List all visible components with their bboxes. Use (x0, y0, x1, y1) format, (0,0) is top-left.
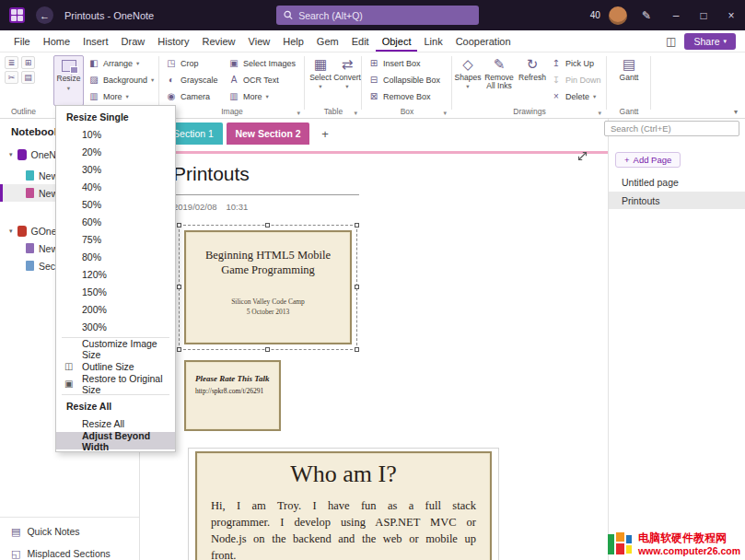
menu-item-20pct[interactable]: 20% (56, 143, 175, 160)
onenote-app-icon[interactable] (9, 7, 25, 23)
table-dialog-launcher-icon[interactable]: ▾ (354, 110, 357, 117)
pin-down-button[interactable]: ↧ Pin Down (551, 73, 601, 87)
background-button[interactable]: ▨ Background ▾ (88, 73, 154, 87)
drawings-stack: ↥ Pick Up ↧ Pin Down × Delete ▾ (551, 56, 601, 103)
back-button[interactable]: ← (36, 6, 53, 24)
maximize-button[interactable]: □ (690, 0, 717, 30)
ribbon-collapse-icon[interactable]: ▾ (734, 108, 738, 116)
printout-slide-3[interactable]: Who am I? Hi, I am Troy. I have fun as a… (195, 451, 492, 560)
pen-mode-icon[interactable]: ✎ (642, 9, 651, 22)
gantt-button[interactable]: ▤ Gantt (615, 54, 643, 105)
insert-box-label: Insert Box (383, 59, 421, 68)
menu-history[interactable]: History (151, 30, 195, 52)
pick-up-button[interactable]: ↥ Pick Up (551, 56, 601, 70)
resize-handle-e[interactable] (355, 285, 359, 289)
outline-tool-1-icon[interactable]: ≣ (5, 56, 18, 69)
crop-icon: ◳ (166, 58, 177, 68)
refresh-button[interactable]: ↻ Refresh (518, 54, 547, 105)
menu-link[interactable]: Link (417, 30, 448, 52)
resize-handle-ne[interactable] (355, 223, 359, 228)
arrange-label: Arrange (103, 59, 133, 68)
menu-draw[interactable]: Draw (115, 30, 152, 52)
drawings-dialog-launcher-icon[interactable]: ▾ (598, 110, 601, 117)
misplaced-sections-button[interactable]: ◱ Misplaced Sections (0, 543, 139, 560)
full-page-view-icon[interactable] (576, 149, 589, 162)
menu-insert[interactable]: Insert (76, 30, 115, 52)
ocr-text-button[interactable]: A OCR Text (228, 73, 296, 87)
pages-search-box[interactable] (604, 121, 739, 136)
menu-item-120pct[interactable]: 120% (56, 265, 175, 283)
menu-item-50pct[interactable]: 50% (56, 195, 175, 213)
insert-box-button[interactable]: ⊞ Insert Box (368, 56, 440, 70)
pages-search-input[interactable] (611, 123, 733, 134)
menu-gem[interactable]: Gem (310, 30, 345, 52)
menu-file[interactable]: File (7, 30, 37, 52)
arrange-button[interactable]: ◧ Arrange ▾ (88, 56, 154, 70)
menu-item-40pct[interactable]: 40% (56, 178, 175, 195)
resize-button[interactable]: Resize ▾ (53, 55, 84, 106)
table-select-button[interactable]: ▦ Select ▾ (308, 54, 332, 105)
resize-handle-n[interactable] (265, 223, 270, 228)
page-list-item-printouts-selected[interactable]: Printouts (609, 192, 745, 209)
menu-item-60pct[interactable]: 60% (56, 213, 175, 230)
printout-slide-2[interactable]: Please Rate This Talk http://spkr8.com/t… (184, 360, 281, 431)
titlebar-search-input[interactable] (298, 10, 471, 21)
menu-item-75pct[interactable]: 75% (56, 230, 175, 248)
menu-item-300pct[interactable]: 300% (56, 318, 175, 335)
page-title[interactable]: Printouts (173, 163, 250, 185)
menu-item-80pct[interactable]: 80% (56, 248, 175, 265)
menu-help[interactable]: Help (276, 30, 310, 52)
menu-review[interactable]: Review (196, 30, 242, 52)
share-button[interactable]: Share ▾ (684, 33, 736, 50)
notification-badge[interactable]: 40 (590, 10, 600, 20)
resize-handle-sw[interactable] (177, 347, 181, 352)
menu-home[interactable]: Home (37, 30, 76, 52)
collapsible-box-button[interactable]: ⊟ Collapsible Box (368, 73, 440, 87)
titlebar: ← Printouts - OneNote 40 ✎ – □ × (0, 0, 745, 30)
printout-slide-1[interactable]: Beginning HTML5 Mobile Game Programming … (184, 230, 352, 344)
quick-notes-button[interactable]: ▤ Quick Notes (0, 521, 139, 542)
close-button[interactable]: × (717, 0, 745, 30)
menu-item-200pct[interactable]: 200% (56, 300, 175, 318)
menu-view[interactable]: View (242, 30, 277, 52)
remove-all-inks-button[interactable]: ✎ Remove All Inks (483, 54, 516, 105)
menu-item-restore-original-size[interactable]: ▣ Restore to Original Size (56, 375, 175, 392)
select-images-icon: ▣ (228, 58, 239, 68)
menu-item-adjust-beyond-width[interactable]: Adjust Beyond Width (56, 432, 175, 449)
menu-edit[interactable]: Edit (345, 30, 376, 52)
crop-button[interactable]: ◳ Crop (166, 56, 218, 70)
camera-button[interactable]: ◉ Camera (166, 89, 218, 103)
menu-item-30pct[interactable]: 30% (56, 160, 175, 178)
minimize-button[interactable]: – (662, 0, 690, 30)
menu-object[interactable]: Object (376, 30, 418, 52)
panel-toggle-icon[interactable]: ◫ (666, 35, 676, 48)
page-list-item-untitled[interactable]: Untitled page (609, 173, 745, 191)
pages-panel: + Add Page Untitled page Printouts (608, 119, 745, 560)
add-section-button[interactable]: + (317, 125, 333, 142)
remove-box-button[interactable]: ⊠ Remove Box (368, 89, 440, 103)
resize-handle-se[interactable] (355, 347, 359, 352)
shapes-button[interactable]: ◇ Shapes ▾ (455, 54, 481, 105)
box-dialog-launcher-icon[interactable]: ▾ (443, 110, 447, 117)
image-dialog-launcher-icon[interactable]: ▾ (297, 110, 300, 117)
outline-tool-4-icon[interactable]: ▤ (21, 71, 35, 84)
resize-handle-s[interactable] (265, 347, 270, 352)
resize-handle-w[interactable] (177, 285, 181, 289)
table-convert-button[interactable]: ⇄ Convert ▾ (334, 54, 360, 105)
grayscale-button[interactable]: ◐ Grayscale (166, 73, 218, 87)
titlebar-search-box[interactable] (276, 6, 479, 25)
menu-item-customize-image-size[interactable]: Customize Image Size (56, 340, 175, 357)
outline-tool-3-icon[interactable]: ✂ (5, 71, 18, 84)
outline-more-button[interactable]: ▥ More ▾ (88, 89, 154, 103)
delete-button[interactable]: × Delete ▾ (551, 89, 601, 103)
outline-tool-2-icon[interactable]: ⊞ (21, 56, 35, 69)
select-images-button[interactable]: ▣ Select Images (228, 56, 296, 70)
user-avatar[interactable] (609, 6, 627, 25)
image-more-button[interactable]: ▥ More ▾ (228, 89, 296, 103)
tab-new-section-2[interactable]: New Section 2 (227, 122, 309, 145)
menu-item-10pct[interactable]: 10% (56, 125, 175, 143)
menu-item-150pct[interactable]: 150% (56, 283, 175, 300)
add-page-button[interactable]: + Add Page (615, 152, 681, 168)
menu-cooperation[interactable]: Cooperation (449, 30, 518, 52)
resize-handle-nw[interactable] (177, 223, 181, 228)
